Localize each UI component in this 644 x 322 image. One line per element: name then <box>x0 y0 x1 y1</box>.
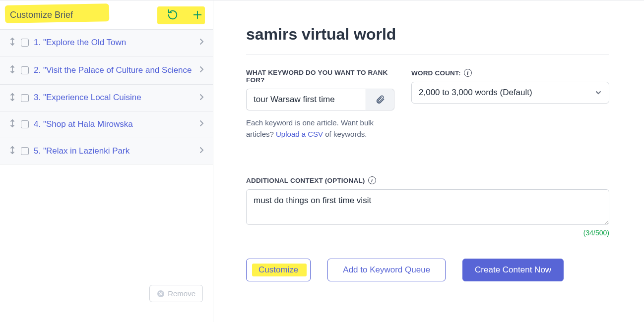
brief-checkbox[interactable] <box>21 147 29 155</box>
attach-button[interactable] <box>366 89 394 110</box>
remove-button-label: Remove <box>168 289 195 298</box>
wordcount-value: 2,000 to 3,000 words (Default) <box>419 88 532 98</box>
sidebar-footer: Remove <box>0 276 213 322</box>
sidebar-header-icons <box>167 9 203 20</box>
chevron-right-icon <box>199 38 204 47</box>
brief-checkbox[interactable] <box>21 94 29 102</box>
brief-item[interactable]: 4. "Shop at Hala Mirowska <box>0 111 213 138</box>
brief-list: 1. "Explore the Old Town 2. "Visit the P… <box>0 30 213 164</box>
char-count: (34/500) <box>246 229 609 237</box>
brief-item-label: 3. "Experience Local Cuisine <box>34 92 194 104</box>
drag-handle-icon[interactable] <box>9 119 16 130</box>
keyword-input-group <box>246 89 394 110</box>
chevron-right-icon <box>199 66 204 75</box>
paperclip-icon <box>375 95 385 105</box>
brief-checkbox[interactable] <box>21 66 29 74</box>
keyword-help-text: Each keyword is one article. Want bulk a… <box>246 117 394 140</box>
keyword-column: WHAT KEYWORD DO YOU WANT TO RANK FOR? Ea… <box>246 69 394 140</box>
app-root: Customize Brief 1. "Explore the Old Town <box>0 0 644 322</box>
chevron-right-icon <box>199 147 204 156</box>
wordcount-label-text: WORD COUNT: <box>411 69 461 77</box>
button-row: Customize Add to Keyword Queue Create Co… <box>246 259 609 281</box>
wordcount-column: WORD COUNT: i 2,000 to 3,000 words (Defa… <box>411 69 609 140</box>
info-icon[interactable]: i <box>368 176 376 184</box>
chevron-right-icon <box>199 120 204 129</box>
remove-icon <box>157 290 165 298</box>
drag-handle-icon[interactable] <box>9 146 16 157</box>
add-icon[interactable] <box>192 9 203 20</box>
context-label-text: ADDITIONAL CONTEXT (OPTIONAL) <box>246 177 365 184</box>
brief-item-label: 4. "Shop at Hala Mirowska <box>34 118 194 131</box>
brief-item-label: 2. "Visit the Palace of Culture and Scie… <box>34 64 194 77</box>
sidebar-title: Customize Brief <box>10 10 73 20</box>
sidebar-header: Customize Brief <box>0 0 213 30</box>
remove-button[interactable]: Remove <box>149 285 203 302</box>
brief-item[interactable]: 5. "Relax in Lazienki Park <box>0 138 213 165</box>
sidebar: Customize Brief 1. "Explore the Old Town <box>0 0 213 322</box>
context-section: ADDITIONAL CONTEXT (OPTIONAL) i (34/500) <box>246 176 609 237</box>
drag-handle-icon[interactable] <box>9 93 16 104</box>
customize-button-wrap: Customize <box>246 259 311 281</box>
customize-button[interactable]: Customize <box>246 259 311 281</box>
brief-item[interactable]: 3. "Experience Local Cuisine <box>0 85 213 111</box>
brief-item[interactable]: 2. "Visit the Palace of Culture and Scie… <box>0 56 213 85</box>
keyword-label: WHAT KEYWORD DO YOU WANT TO RANK FOR? <box>246 69 394 84</box>
help-text-part2: of keywords. <box>323 130 367 138</box>
brief-item-label: 1. "Explore the Old Town <box>34 37 194 49</box>
wordcount-label: WORD COUNT: i <box>411 69 609 77</box>
chevron-right-icon <box>199 94 204 103</box>
main-panel: samirs virtual world WHAT KEYWORD DO YOU… <box>213 0 644 322</box>
brief-checkbox[interactable] <box>21 39 29 47</box>
create-content-button[interactable]: Create Content Now <box>462 259 564 281</box>
brief-item-label: 5. "Relax in Lazienki Park <box>34 145 194 158</box>
brief-item[interactable]: 1. "Explore the Old Town <box>0 30 213 56</box>
refresh-icon[interactable] <box>167 9 178 20</box>
drag-handle-icon[interactable] <box>9 65 16 76</box>
keyword-input[interactable] <box>246 89 366 110</box>
page-title: samirs virtual world <box>246 25 609 55</box>
drag-handle-icon[interactable] <box>9 37 16 48</box>
upload-csv-link[interactable]: Upload a CSV <box>276 130 323 138</box>
form-row: WHAT KEYWORD DO YOU WANT TO RANK FOR? Ea… <box>246 69 609 140</box>
brief-checkbox[interactable] <box>21 120 29 128</box>
add-to-queue-button[interactable]: Add to Keyword Queue <box>327 259 446 281</box>
chevron-down-icon <box>595 89 602 96</box>
info-icon[interactable]: i <box>464 69 472 77</box>
context-label: ADDITIONAL CONTEXT (OPTIONAL) i <box>246 176 609 184</box>
context-textarea[interactable] <box>246 189 609 225</box>
wordcount-select[interactable]: 2,000 to 3,000 words (Default) <box>411 82 609 104</box>
